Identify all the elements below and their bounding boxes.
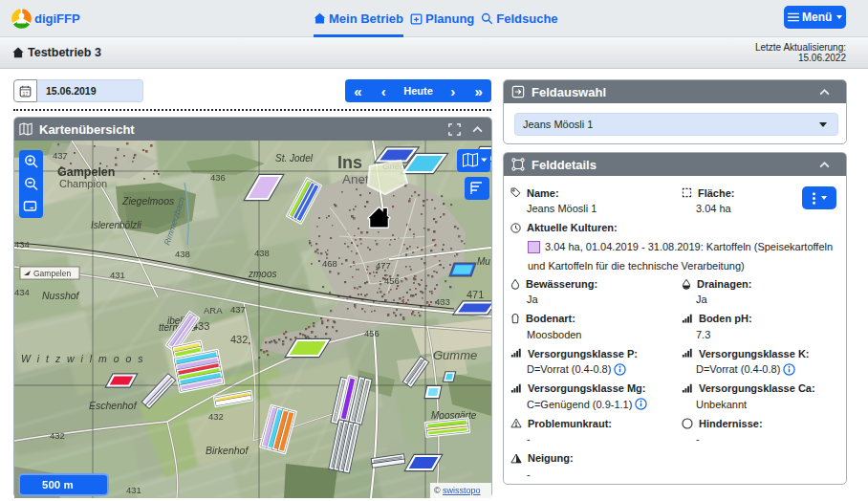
svg-text:431: 431: [110, 270, 125, 280]
svg-text:431: 431: [126, 485, 141, 495]
svg-text:W i t z w i l m o o s: W i t z w i l m o o s: [21, 353, 145, 364]
svg-text:Gampelen: Gampelen: [33, 269, 71, 278]
svg-text:Birkenhof: Birkenhof: [206, 445, 249, 456]
svg-text:swisstopo: swisstopo: [443, 486, 481, 495]
svg-text:Ziegelmoos: Ziegelmoos: [121, 195, 175, 207]
svg-text:Eschenhof: Eschenhof: [89, 400, 138, 411]
svg-text:Nusshof: Nusshof: [42, 290, 80, 301]
svg-text:ARA: ARA: [204, 305, 223, 316]
svg-text:17: 17: [23, 90, 29, 96]
svg-text:Mu: Mu: [477, 256, 490, 267]
svg-text:Ins: Ins: [337, 153, 362, 172]
svg-text:438: 438: [175, 249, 190, 259]
svg-text:436: 436: [210, 172, 226, 183]
svg-text:468: 468: [322, 258, 337, 269]
svg-text:456: 456: [364, 328, 380, 338]
svg-text:434: 434: [14, 239, 30, 250]
svg-text:437: 437: [53, 150, 68, 161]
svg-text:434: 434: [14, 287, 30, 297]
svg-text:471: 471: [467, 289, 484, 300]
svg-text:Anet: Anet: [342, 172, 369, 186]
svg-text:432: 432: [230, 334, 248, 345]
svg-text:zmoos: zmoos: [248, 269, 276, 279]
svg-text:433: 433: [435, 296, 450, 307]
svg-text:477: 477: [376, 260, 391, 271]
svg-text:St. Jodel: St. Jodel: [275, 153, 314, 163]
svg-text:©: ©: [434, 486, 441, 495]
svg-text:432: 432: [50, 430, 65, 441]
svg-text:437: 437: [230, 304, 246, 315]
svg-text:432: 432: [208, 411, 224, 422]
svg-text:438: 438: [254, 248, 270, 258]
svg-text:Islerenhölzli: Islerenhölzli: [91, 220, 142, 230]
svg-text:456: 456: [384, 275, 400, 286]
svg-text:Gampelen: Gampelen: [57, 165, 115, 179]
svg-text:Champion: Champion: [59, 178, 107, 189]
svg-text:500 m: 500 m: [42, 479, 74, 490]
svg-text:Gumme: Gumme: [433, 348, 477, 362]
